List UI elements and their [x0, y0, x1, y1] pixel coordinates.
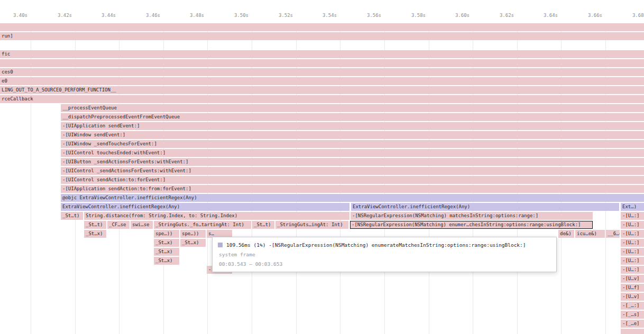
flame-bar[interactable]: -[UIButton _sendActionsForEvents:withEve…: [61, 158, 644, 166]
flame-bar[interactable]: spe…)): [154, 230, 179, 238]
time-label: 3.56s: [360, 13, 381, 18]
flame-bar[interactable]: -[UIControl sendAction:to:forEvent:]: [61, 176, 644, 184]
flame-bar[interactable]: @objc ExtraViewController.inefficientReg…: [61, 194, 644, 202]
flame-bar[interactable]: run]: [0, 32, 644, 40]
flame-bar[interactable]: [0, 59, 644, 67]
flame-bar[interactable]: -[UIApplication sendAction:to:from:forEv…: [61, 185, 644, 193]
flame-bar[interactable]: __6…ce: [606, 230, 620, 238]
flame-bar[interactable]: -[U…:]: [621, 239, 644, 247]
flame-bar[interactable]: __processEventQueue: [61, 104, 644, 112]
tooltip-frame-kind: system frame: [218, 251, 551, 258]
flame-bar[interactable]: __dispatchPreprocessedEventFromEventQueu…: [61, 113, 644, 121]
time-label: 3.44s: [95, 13, 116, 18]
flame-bar[interactable]: -[U…v]: [621, 275, 644, 283]
time-label: 3.68s: [625, 13, 644, 18]
flame-bar[interactable]: -[U…:]: [621, 248, 644, 256]
flame-chart: run]ficces0e0LING_OUT_TO_A_SOURCE0_PERFO…: [0, 0, 644, 334]
flame-bar[interactable]: swi…se: [131, 221, 153, 229]
flame-bar[interactable]: -[UIControl _sendActionsForEvents:withEv…: [61, 167, 644, 175]
flame-bar[interactable]: -[U…:]: [621, 230, 644, 238]
flame-bar[interactable]: ExtraViewController.inefficientRegex(Any…: [351, 203, 619, 211]
flame-bar[interactable]: [0, 23, 644, 31]
flame-bar[interactable]: _St…t): [61, 212, 83, 220]
tooltip-duration: 109.56ms (1%): [226, 242, 265, 248]
flame-bar[interactable]: _St…x): [154, 248, 179, 256]
flame-bar[interactable]: de&): [558, 230, 574, 238]
flame-bar-selected[interactable]: -[NSRegularExpression(NSMatching) enumer…: [350, 221, 593, 229]
tooltip: 109.56ms (1%)-[NSRegularExpression(NSMat…: [212, 237, 557, 272]
flame-bar[interactable]: -[UIWindow _sendTouchesForEvent:]: [61, 140, 644, 148]
time-label: 3.62s: [493, 13, 514, 18]
flame-bar[interactable]: _St…t): [252, 221, 274, 229]
flame-bar[interactable]: -[UIApplication sendEvent:]: [61, 122, 644, 130]
time-label: 3.54s: [316, 13, 337, 18]
time-label: 3.48s: [183, 13, 204, 18]
time-label: 3.42s: [51, 13, 72, 18]
flame-bar[interactable]: -[UIWindow sendEvent:]: [61, 131, 644, 139]
flame-bar[interactable]: LING_OUT_TO_A_SOURCE0_PERFORM_FUNCTION__: [0, 86, 644, 94]
flame-bar[interactable]: String.distance(from: String.Index, to: …: [84, 212, 349, 220]
flame-bar[interactable]: -[U…:]: [621, 221, 644, 229]
flame-bar[interactable]: rceCallback: [0, 95, 644, 103]
flame-bar[interactable]: spe…)): [180, 230, 206, 238]
flame-bar[interactable]: Ext…): [621, 203, 644, 211]
flame-bar[interactable]: -[_…e]: [621, 320, 644, 328]
tooltip-symbol: -[NSRegularExpression(NSMatching) enumer…: [269, 242, 526, 248]
flame-bar[interactable]: icu…e&): [575, 230, 605, 238]
flame-bar[interactable]: -[U…v]: [621, 293, 644, 301]
flame-bar[interactable]: _StringGuts…ingAt: Int): [275, 221, 348, 229]
flame-bar[interactable]: fic: [0, 50, 644, 58]
time-label: 3.40s: [6, 13, 27, 18]
flame-bar[interactable]: -[U…:]: [621, 257, 644, 265]
time-label: 3.60s: [448, 13, 470, 18]
time-ruler[interactable]: 3.40s3.42s3.44s3.46s3.48s3.50s3.52s3.54s…: [0, 0, 644, 23]
flame-bar[interactable]: _CF…se: [107, 221, 130, 229]
flame-bar[interactable]: _St…x): [154, 239, 179, 247]
flame-graph-view: 3.40s3.42s3.44s3.46s3.48s3.50s3.52s3.54s…: [0, 0, 644, 334]
flame-bar[interactable]: -[NSRegularExpression(NSMatching) matche…: [351, 212, 593, 220]
flame-bar[interactable]: -[_…:]: [621, 302, 644, 310]
flame-bar[interactable]: ExtraViewController.inefficientRegex(Any…: [61, 203, 349, 211]
flame-bar[interactable]: ces0: [0, 68, 644, 76]
flame-bar[interactable]: -[U…f]: [621, 284, 644, 292]
time-label: 3.58s: [404, 13, 426, 18]
flame-bar[interactable]: _St…x): [180, 239, 206, 247]
flame-bar[interactable]: _St…x): [84, 230, 106, 238]
tooltip-time-range: 00:03.543 — 00:03.653: [218, 260, 551, 268]
time-label: 3.50s: [227, 13, 249, 18]
flame-bar[interactable]: -[U…:]: [621, 212, 644, 220]
flame-bar[interactable]: _StringGuts._fo…tartingAt: Int): [154, 221, 251, 229]
time-label: 3.46s: [139, 13, 160, 18]
tooltip-title-line: 109.56ms (1%)-[NSRegularExpression(NSMat…: [218, 241, 551, 249]
flame-bar[interactable]: -[UIControl touchesEnded:withEvent:]: [61, 149, 644, 157]
flame-bar[interactable]: [621, 329, 644, 334]
flame-bar[interactable]: _St…x): [154, 257, 179, 265]
time-label: 3.64s: [537, 13, 558, 18]
time-label: 3.52s: [272, 13, 293, 18]
flame-bar[interactable]: -[_…s]: [621, 311, 644, 319]
time-label: 3.66s: [581, 13, 602, 18]
flame-bar[interactable]: e0: [0, 77, 644, 85]
flame-bar[interactable]: -[U…:]: [621, 266, 644, 274]
frame-color-swatch-icon: [218, 243, 223, 247]
flame-bar[interactable]: _St…t): [84, 221, 106, 229]
